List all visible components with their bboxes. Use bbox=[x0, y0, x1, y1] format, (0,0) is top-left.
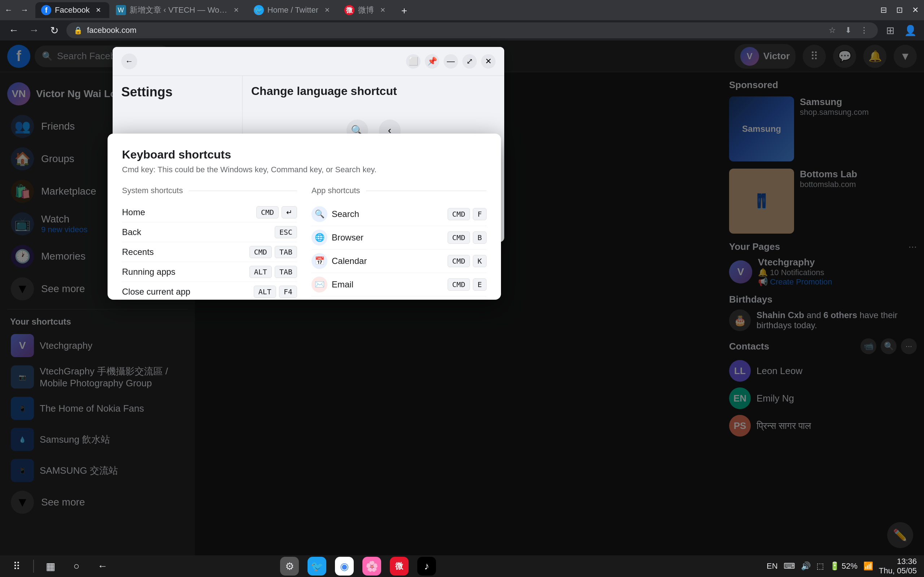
nav-forward-btn[interactable]: → bbox=[26, 23, 42, 38]
settings-left-title: Settings bbox=[121, 84, 233, 100]
taskbar-time: 13:36 Thu, 05/05 bbox=[879, 557, 917, 575]
kbd-keys-back: ESC bbox=[275, 226, 297, 238]
nav-reload-btn[interactable]: ↻ bbox=[46, 23, 62, 38]
wordpress-favicon: W bbox=[116, 5, 126, 15]
taskbar-grid-btn[interactable]: ⠿ bbox=[7, 557, 26, 575]
search-app-icon: 🔍 bbox=[312, 206, 327, 222]
kbd-keys-running: ALT TAB bbox=[249, 266, 297, 278]
nav-back-btn[interactable]: ← bbox=[6, 23, 22, 38]
kbd-key-cmd-home: CMD bbox=[256, 206, 279, 218]
menu-icon[interactable]: ⋮ bbox=[858, 24, 871, 37]
taskbar-time-value: 13:36 bbox=[879, 557, 917, 566]
taskbar-twitter-app[interactable]: 🐦 bbox=[307, 557, 326, 575]
tab-weibo-title: 微博 bbox=[358, 5, 374, 16]
kbd-keys-calendar: CMD K bbox=[448, 255, 487, 267]
download-icon[interactable]: ⬇ bbox=[842, 24, 855, 37]
kbd-key-cmd-browser: CMD bbox=[448, 232, 470, 244]
kbd-action-recents: Recents bbox=[122, 247, 249, 257]
settings-minimize-btn[interactable]: — bbox=[444, 54, 458, 69]
system-divider bbox=[189, 191, 297, 191]
win-minimize[interactable]: ⊟ bbox=[879, 5, 889, 15]
browser-chrome: ← → f Facebook ✕ W 新增文章 ‹ VTECH — WordPr… bbox=[0, 0, 924, 40]
kbd-row-messages: 💬 Messages CMD S bbox=[312, 297, 487, 300]
kbd-keys-search: CMD F bbox=[448, 208, 487, 220]
browser-app-icon: 🌐 bbox=[312, 230, 327, 245]
kbd-action-back: Back bbox=[122, 227, 275, 237]
taskbar-settings-app[interactable]: ⚙ bbox=[280, 557, 299, 575]
address-actions: ☆ ⬇ ⋮ bbox=[826, 24, 871, 37]
tab-twitter[interactable]: 🐦 Home / Twitter ✕ bbox=[248, 2, 338, 18]
tab-wordpress-close[interactable]: ✕ bbox=[231, 5, 241, 15]
kbd-row-search: 🔍 Search CMD F bbox=[312, 203, 487, 226]
kbd-modal-subtitle: Cmd key: This could be the Windows key, … bbox=[122, 165, 487, 174]
kbd-modal-title: Keyboard shortcuts bbox=[122, 148, 487, 161]
kbd-row-browser: 🌐 Browser CMD B bbox=[312, 226, 487, 250]
tab-wordpress-title: 新增文章 ‹ VTECH — WordPr... bbox=[130, 5, 228, 16]
app-divider bbox=[366, 191, 487, 191]
kbd-action-close: Close current app bbox=[122, 287, 254, 297]
taskbar-right: EN ⌨ 🔊 ⬚ 🔋 52% 📶 13:36 Thu, 05/05 bbox=[767, 557, 917, 575]
kbd-key-e: E bbox=[473, 279, 487, 291]
tab-facebook-title: Facebook bbox=[55, 5, 90, 15]
kbd-row-back: Back ESC bbox=[122, 222, 297, 242]
taskbar-date-value: Thu, 05/05 bbox=[879, 566, 917, 575]
taskbar-sakura-app[interactable]: 🌸 bbox=[362, 557, 381, 575]
kbd-row-recents: Recents CMD TAB bbox=[122, 242, 297, 262]
extensions-icon[interactable]: ⊞ bbox=[882, 23, 898, 38]
address-bar[interactable]: 🔒 facebook.com ☆ ⬇ ⋮ bbox=[66, 23, 878, 38]
app-column-header: App shortcuts bbox=[312, 186, 487, 195]
taskbar-weibo-app[interactable]: 微 bbox=[390, 557, 408, 575]
new-tab-button[interactable]: + bbox=[397, 3, 411, 18]
settings-back-nav[interactable]: ← bbox=[121, 53, 137, 69]
kbd-keys-close: ALT F4 bbox=[254, 285, 297, 298]
tab-bar: ← → f Facebook ✕ W 新增文章 ‹ VTECH — WordPr… bbox=[0, 0, 924, 20]
address-bar-row: ← → ↻ 🔒 facebook.com ☆ ⬇ ⋮ ⊞ 👤 bbox=[0, 20, 924, 40]
tab-facebook[interactable]: f Facebook ✕ bbox=[35, 2, 109, 18]
kbd-key-f: F bbox=[473, 208, 487, 220]
taskbar-screen: ⬚ bbox=[816, 561, 824, 571]
taskbar-multiwindow-btn[interactable]: ▦ bbox=[41, 557, 60, 575]
settings-right-title: Change language shortcut bbox=[251, 84, 496, 98]
win-forward-btn[interactable]: → bbox=[19, 5, 30, 15]
tab-weibo[interactable]: 微 微博 ✕ bbox=[339, 2, 394, 18]
taskbar-back-btn[interactable]: ← bbox=[93, 557, 112, 575]
settings-pin-btn[interactable]: 📌 bbox=[425, 54, 439, 69]
tab-wordpress[interactable]: W 新增文章 ‹ VTECH — WordPr... ✕ bbox=[110, 2, 247, 18]
kbd-row-close: Close current app ALT F4 bbox=[122, 282, 297, 300]
system-column-header: System shortcuts bbox=[122, 186, 297, 195]
twitter-favicon: 🐦 bbox=[254, 5, 264, 15]
settings-expand-btn[interactable]: ⤢ bbox=[462, 54, 477, 69]
kbd-row-calendar: 📅 Calendar CMD K bbox=[312, 250, 487, 273]
kbd-key-cmd-search: CMD bbox=[448, 208, 470, 220]
kbd-action-home: Home bbox=[122, 207, 256, 218]
profile-icon[interactable]: 👤 bbox=[902, 23, 918, 38]
kbd-keys-home: CMD ↵ bbox=[256, 206, 297, 218]
kbd-columns: System shortcuts Home CMD ↵ Back ESC Rec… bbox=[122, 186, 487, 300]
kbd-row-email: ✉️ Email CMD E bbox=[312, 273, 487, 297]
address-text[interactable]: facebook.com bbox=[87, 26, 821, 35]
settings-screenshot-btn[interactable]: ⬜ bbox=[406, 54, 421, 69]
bookmark-icon[interactable]: ☆ bbox=[826, 24, 839, 37]
settings-titlebar: ← ⬜ 📌 — ⤢ ✕ bbox=[112, 47, 504, 76]
kbd-key-tab-recents: TAB bbox=[275, 246, 297, 258]
tab-weibo-close[interactable]: ✕ bbox=[378, 5, 388, 15]
tab-facebook-close[interactable]: ✕ bbox=[93, 5, 104, 15]
kbd-key-cmd-email: CMD bbox=[448, 279, 470, 291]
facebook-favicon: f bbox=[41, 5, 51, 15]
win-back-btn[interactable]: ← bbox=[3, 5, 14, 15]
kbd-app-email: Email bbox=[332, 279, 448, 290]
settings-close-btn[interactable]: ✕ bbox=[481, 54, 496, 69]
kbd-key-alt-close: ALT bbox=[254, 285, 276, 298]
taskbar-wifi: 📶 bbox=[863, 561, 873, 571]
win-close[interactable]: ✕ bbox=[910, 5, 921, 15]
taskbar-divider bbox=[33, 560, 34, 573]
taskbar-tiktok-app[interactable]: ♪ bbox=[417, 557, 436, 575]
win-maximize[interactable]: ⊡ bbox=[894, 5, 905, 15]
kbd-key-alt-running: ALT bbox=[249, 266, 272, 278]
taskbar-circle-btn[interactable]: ○ bbox=[67, 557, 86, 575]
tabs-container: f Facebook ✕ W 新增文章 ‹ VTECH — WordPr... … bbox=[35, 2, 871, 18]
taskbar-chrome-app[interactable]: ◉ bbox=[335, 557, 354, 575]
taskbar: ⠿ ▦ ○ ← ⚙ 🐦 ◉ 🌸 微 ♪ EN ⌨ 🔊 ⬚ 🔋 52% 📶 13:… bbox=[0, 555, 924, 577]
email-app-icon: ✉️ bbox=[312, 277, 327, 292]
tab-twitter-close[interactable]: ✕ bbox=[322, 5, 332, 15]
